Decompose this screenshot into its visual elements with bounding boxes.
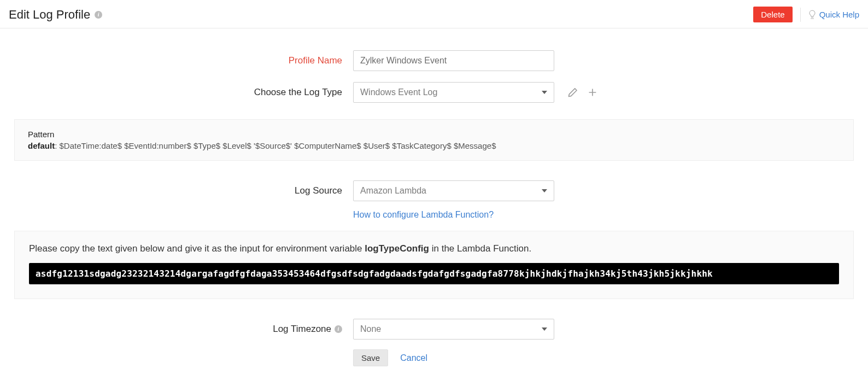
cancel-link[interactable]: Cancel bbox=[400, 353, 427, 363]
log-timezone-label: Log Timezone i bbox=[14, 324, 342, 335]
pattern-panel: Pattern default: $DateTime:date$ $EventI… bbox=[14, 119, 854, 161]
lambda-help-link[interactable]: How to configure Lambda Function? bbox=[353, 210, 494, 219]
page-header: Edit Log Profile i Delete Quick Help bbox=[0, 0, 868, 28]
log-timezone-select[interactable]: None bbox=[353, 319, 554, 340]
log-type-label: Choose the Log Type bbox=[14, 87, 342, 98]
log-type-select[interactable]: Windows Event Log bbox=[353, 82, 554, 103]
profile-name-input[interactable] bbox=[353, 50, 554, 71]
chevron-down-icon bbox=[542, 189, 547, 192]
lambda-instruction-prefix: Please copy the text given below and giv… bbox=[29, 243, 365, 254]
save-button[interactable]: Save bbox=[353, 349, 388, 366]
edit-icon[interactable] bbox=[567, 87, 578, 98]
lambda-config-value[interactable]: asdfg12131sdgadg23232143214dgargafagdfgf… bbox=[29, 263, 839, 284]
quick-help-link[interactable]: Quick Help bbox=[808, 10, 859, 20]
pattern-expression: $DateTime:date$ $EventId:number$ $Type$ … bbox=[60, 141, 496, 150]
log-timezone-value: None bbox=[360, 324, 381, 334]
chevron-down-icon bbox=[542, 91, 547, 94]
plus-icon[interactable] bbox=[587, 87, 598, 98]
lambda-instruction-suffix: in the Lambda Function. bbox=[429, 243, 531, 254]
pattern-separator: : bbox=[55, 141, 59, 150]
lambda-instruction: Please copy the text given below and giv… bbox=[29, 243, 839, 254]
delete-button[interactable]: Delete bbox=[753, 7, 792, 22]
pattern-line: default: $DateTime:date$ $EventId:number… bbox=[28, 141, 840, 150]
log-source-select[interactable]: Amazon Lambda bbox=[353, 180, 554, 201]
page-title: Edit Log Profile bbox=[9, 8, 90, 22]
pattern-heading: Pattern bbox=[28, 130, 840, 139]
log-source-value: Amazon Lambda bbox=[360, 186, 426, 196]
bulb-icon bbox=[808, 10, 816, 20]
divider bbox=[800, 8, 801, 22]
log-type-value: Windows Event Log bbox=[360, 87, 437, 97]
profile-name-label: Profile Name bbox=[14, 55, 342, 66]
log-source-label: Log Source bbox=[14, 185, 342, 196]
info-icon[interactable]: i bbox=[95, 11, 102, 19]
pattern-name: default bbox=[28, 141, 55, 150]
quick-help-label: Quick Help bbox=[819, 10, 859, 19]
chevron-down-icon bbox=[542, 327, 547, 331]
form-content: Profile Name Choose the Log Type Windows… bbox=[0, 28, 868, 383]
lambda-env-var: logTypeConfig bbox=[365, 243, 429, 254]
lambda-config-panel: Please copy the text given below and giv… bbox=[14, 231, 854, 299]
info-icon[interactable]: i bbox=[335, 325, 342, 333]
